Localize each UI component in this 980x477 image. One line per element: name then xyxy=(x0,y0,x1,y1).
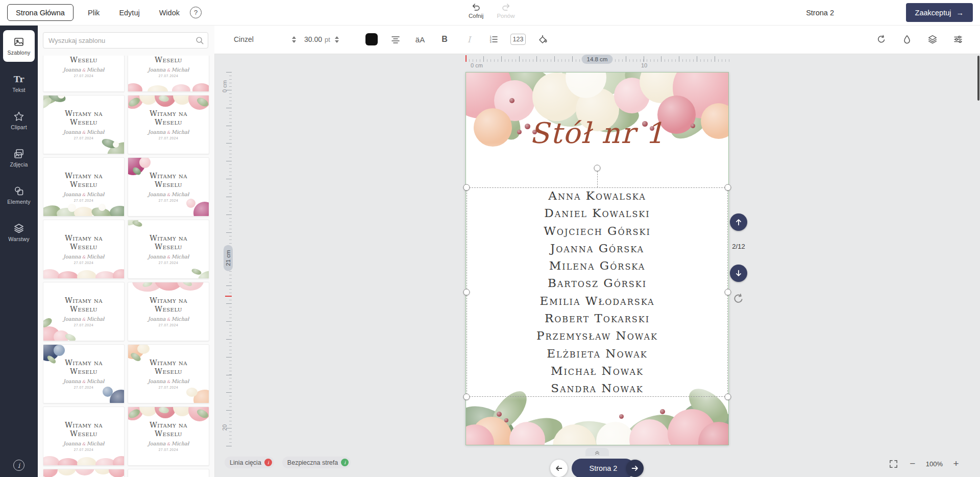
ordered-list-button[interactable]: 123 xyxy=(484,30,503,49)
template-card[interactable]: Witamy na WeseluJoanna&Michał27.07.2024 xyxy=(128,56,209,92)
sidebar-item-zdjęcia[interactable]: Zdjęcia xyxy=(3,142,35,174)
undo-button[interactable]: Cofnij xyxy=(469,2,483,19)
redo-label: Ponów xyxy=(497,13,514,19)
ampersand: & xyxy=(166,317,172,322)
undo-label: Cofnij xyxy=(469,13,483,19)
ampersand: & xyxy=(166,442,172,446)
arrow-right-icon xyxy=(630,464,640,473)
collapse-tab[interactable] xyxy=(585,448,609,456)
star-icon xyxy=(13,111,24,122)
help-button[interactable]: ? xyxy=(190,7,202,18)
guest-names-list[interactable]: Anna KowalskaDaniel KowalskiWojciech Gór… xyxy=(466,187,728,397)
template-card[interactable]: Witamy na WeseluJoanna&Michał27.07.2024 xyxy=(43,95,125,154)
sidebar-item-tekst[interactable]: TrTekst xyxy=(3,67,35,99)
menu-item-edytuj[interactable]: Edytuj xyxy=(119,9,139,17)
h-ruler-ten-label: 10 xyxy=(641,62,647,68)
search-icon[interactable] xyxy=(195,36,204,45)
menu-item-plik[interactable]: Plik xyxy=(88,9,100,17)
sidebar-item-clipart[interactable]: Clipart xyxy=(3,105,35,136)
shadow-button[interactable] xyxy=(897,30,917,49)
toggle-label: Linia cięcia xyxy=(230,459,261,466)
guest-name: Bartosz Górski xyxy=(466,274,728,292)
ampersand: & xyxy=(81,193,87,197)
move-up-button[interactable] xyxy=(730,213,747,231)
template-card[interactable]: Witamy na WeseluJoanna&Michał27.07.2024 xyxy=(43,56,125,92)
template-card[interactable]: Witamy na WeseluJoanna&Michał27.07.2024 xyxy=(128,407,209,466)
prev-page-button[interactable] xyxy=(550,460,568,477)
next-page-button[interactable] xyxy=(626,460,644,477)
bold-button[interactable]: B xyxy=(435,30,454,49)
template-groom-name: Michał xyxy=(87,254,105,259)
template-card[interactable]: Witamy na WeseluJoanna&Michał27.07.2024 xyxy=(128,157,209,217)
template-card[interactable]: Witamy na WeseluJoanna&Michał27.07.2024 xyxy=(43,407,125,466)
template-card[interactable]: Witamy na WeseluJoanna&Michał27.07.2024 xyxy=(43,282,125,341)
font-family-select[interactable]: Cinzel xyxy=(231,31,299,47)
sidebar-item-elementy[interactable]: Elementy xyxy=(3,179,35,211)
toggle-bezpieczna-strefa[interactable]: Bezpieczna strefai xyxy=(282,457,351,468)
toggle-linia-cięcia[interactable]: Linia cięciai xyxy=(225,457,274,468)
template-card[interactable]: Witamy na WeseluJoanna&Michał27.07.2024 xyxy=(128,95,209,154)
scrollbar-thumb[interactable] xyxy=(977,56,979,101)
sidebar-item-szablony[interactable]: Szablony xyxy=(3,30,35,62)
design-card[interactable]: Stół nr 1 Anna KowalskaDaniel KowalskiWo… xyxy=(465,72,729,445)
app-root: Strona Główna PlikEdytujWidok ? Cofnij P… xyxy=(0,0,980,477)
sidebar: SzablonyTrTekstClipartZdjęciaElementyWar… xyxy=(0,25,38,477)
search-box xyxy=(43,32,208,49)
italic-button[interactable]: I xyxy=(459,30,479,49)
rotate-element-button[interactable] xyxy=(732,293,745,305)
zoom-in-button[interactable]: + xyxy=(950,458,962,469)
template-bride-name: Joanna xyxy=(63,192,81,197)
guest-name: Wojciech Górski xyxy=(466,222,728,240)
ruler-cursor-marker-v xyxy=(225,296,232,297)
template-date: 27.07.2024 xyxy=(159,448,179,451)
fullscreen-button[interactable] xyxy=(888,458,899,469)
align-center-button[interactable] xyxy=(386,30,405,49)
floral-blob xyxy=(113,456,125,466)
arrow-up-icon xyxy=(734,218,743,227)
layers-button[interactable] xyxy=(923,30,942,49)
floral-blob xyxy=(504,418,508,422)
template-title: Witamy na Weselu xyxy=(57,109,110,127)
letter-case-button[interactable]: äA xyxy=(410,30,430,49)
table-title[interactable]: Stół nr 1 xyxy=(466,116,728,150)
undo-icon xyxy=(471,2,481,12)
font-size-stepper[interactable]: 30.00 pt xyxy=(304,31,357,47)
home-button[interactable]: Strona Główna xyxy=(7,4,74,21)
info-button[interactable]: i xyxy=(13,460,24,471)
text-color-swatch[interactable] xyxy=(365,33,378,45)
floral-blob xyxy=(113,269,125,279)
menu-item-widok[interactable]: Widok xyxy=(159,9,180,17)
move-down-button[interactable] xyxy=(730,265,747,282)
template-card[interactable]: Witamy na WeseluJoanna&Michał27.07.2024 xyxy=(43,157,125,217)
refresh-button[interactable] xyxy=(872,30,891,49)
template-card[interactable]: Witamy na WeseluJoanna&Michał27.07.2024 xyxy=(43,469,125,477)
accept-button[interactable]: Zaakceptuj → xyxy=(906,3,973,22)
canvas-area[interactable]: 0 cm 10 14.8 cm 0 cm 20 21 cm Stół nr 1 … xyxy=(214,54,980,477)
adjustments-button[interactable] xyxy=(948,30,968,49)
template-card[interactable]: Witamy na WeseluJoanna&Michał27.07.2024 xyxy=(128,344,209,403)
sidebar-item-warstwy[interactable]: Warstwy xyxy=(3,217,35,248)
template-card[interactable]: Witamy na WeseluJoanna&Michał27.07.2024 xyxy=(43,220,125,279)
template-bride-name: Joanna xyxy=(148,316,166,322)
template-card[interactable]: Witamy na WeseluJoanna&Michał27.07.2024 xyxy=(128,282,209,341)
template-date: 27.07.2024 xyxy=(74,323,94,327)
template-card[interactable]: Witamy na WeseluJoanna&Michał27.07.2024 xyxy=(128,469,209,477)
template-groom-name: Michał xyxy=(87,129,105,135)
template-date: 27.07.2024 xyxy=(74,448,94,451)
numbering-button[interactable]: 123 xyxy=(510,34,526,45)
template-card[interactable]: Witamy na WeseluJoanna&Michał27.07.2024 xyxy=(43,344,125,403)
template-names: Joanna&Michał xyxy=(148,378,189,384)
template-names: Joanna&Michał xyxy=(148,254,189,259)
template-title: Witamy na Weselu xyxy=(57,421,110,439)
redo-button[interactable]: Ponów xyxy=(497,2,514,19)
fill-color-button[interactable] xyxy=(533,30,552,49)
template-list-viewport[interactable]: Witamy na WeseluJoanna&Michał27.07.2024W… xyxy=(43,56,210,477)
zoom-out-button[interactable]: − xyxy=(907,458,918,469)
template-names: Joanna&Michał xyxy=(63,316,105,322)
ordered-list-icon: 123 xyxy=(488,34,499,44)
template-card[interactable]: Witamy na WeseluJoanna&Michał27.07.2024 xyxy=(128,220,209,279)
layers-icon xyxy=(13,223,24,234)
template-bride-name: Joanna xyxy=(148,192,166,197)
search-input[interactable] xyxy=(43,32,208,49)
page-pill[interactable]: Strona 2 xyxy=(572,459,635,477)
